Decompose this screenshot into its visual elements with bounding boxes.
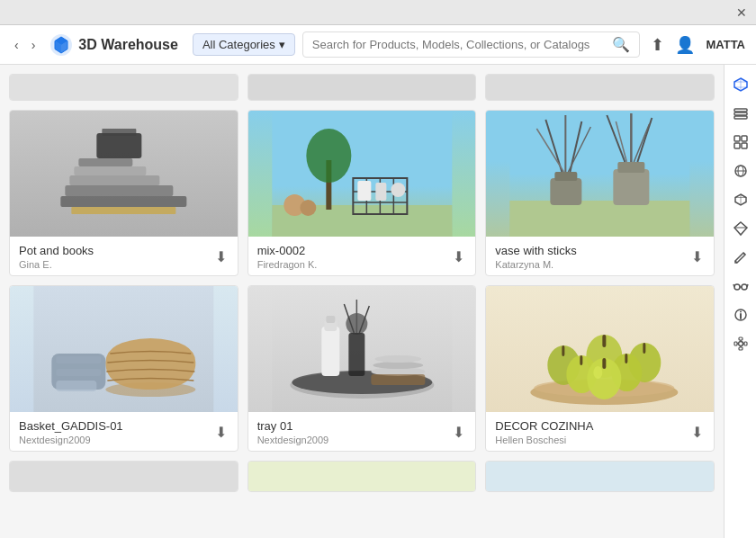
card-info: vase with sticks Katarzyna M. <box>495 244 689 270</box>
svg-line-96 <box>747 284 748 287</box>
download-button[interactable]: ⬇ <box>213 247 229 267</box>
svg-point-13 <box>306 129 351 183</box>
svg-rect-80 <box>734 116 747 119</box>
product-card[interactable]: mix-0002 Firedragon K. ⬇ <box>248 110 477 276</box>
svg-rect-72 <box>580 355 583 365</box>
card-info: Basket_GADDIS-01 Nextdesign2009 <box>19 419 213 445</box>
product-card[interactable]: vase with sticks Katarzyna M. ⬇ <box>485 110 715 276</box>
card-footer: DECOR COZINHA Hellen Boschesi ⬇ <box>486 412 714 451</box>
right-sidebar <box>724 65 756 538</box>
svg-rect-34 <box>614 169 650 205</box>
download-button[interactable]: ⬇ <box>451 422 466 443</box>
svg-rect-79 <box>734 112 747 115</box>
user-name[interactable]: MATTA <box>706 38 745 51</box>
svg-rect-44 <box>56 356 101 363</box>
back-button[interactable]: ‹ <box>11 36 22 54</box>
card-title: DECOR COZINHA <box>495 419 689 433</box>
svg-rect-70 <box>644 343 646 354</box>
logo-icon <box>50 33 73 57</box>
user-icon[interactable]: 👤 <box>675 35 695 55</box>
partial-card-2 <box>248 74 477 101</box>
svg-rect-20 <box>357 181 371 201</box>
card-title: Pot and books <box>19 244 213 257</box>
category-dropdown[interactable]: All Categories ▾ <box>193 33 295 56</box>
card-image-decor <box>486 286 714 412</box>
sidebar-icon-diamond[interactable] <box>728 216 753 241</box>
svg-point-24 <box>300 200 316 216</box>
card-image-tray <box>248 286 476 412</box>
partial-bottom-card-1 <box>9 461 238 492</box>
svg-line-95 <box>734 284 734 287</box>
card-author: Nextdesign2009 <box>19 435 213 445</box>
search-button[interactable]: 🔍 <box>612 36 630 53</box>
logo-text: 3D Warehouse <box>78 37 178 53</box>
svg-point-77 <box>594 366 603 379</box>
chevron-down-icon: ▾ <box>279 38 285 51</box>
card-title: mix-0002 <box>257 244 452 257</box>
card-footer: tray 01 Nextdesign2009 ⬇ <box>248 412 476 451</box>
product-card[interactable]: Basket_GADDIS-01 Nextdesign2009 ⬇ <box>9 285 238 452</box>
svg-rect-61 <box>371 374 425 385</box>
product-card[interactable]: Pot and books Gina E. ⬇ <box>9 110 238 276</box>
search-bar: 🔍 <box>302 31 641 58</box>
logo-area: 3D Warehouse <box>50 33 178 57</box>
card-author: Katarzyna M. <box>495 259 689 270</box>
product-grid: Pot and books Gina E. ⬇ <box>9 110 715 452</box>
card-image-mix <box>248 111 476 237</box>
sidebar-icon-collection[interactable] <box>728 130 753 155</box>
svg-line-90 <box>734 222 741 228</box>
svg-rect-76 <box>603 358 607 369</box>
svg-rect-9 <box>71 207 176 214</box>
card-footer: vase with sticks Katarzyna M. ⬇ <box>486 237 714 275</box>
partial-row <box>9 74 715 101</box>
download-button[interactable]: ⬇ <box>689 422 705 443</box>
sidebar-icon-layers[interactable] <box>728 101 753 126</box>
download-button[interactable]: ⬇ <box>213 422 229 443</box>
svg-point-60 <box>374 355 421 363</box>
download-button[interactable]: ⬇ <box>451 247 466 267</box>
svg-rect-2 <box>60 196 186 207</box>
window-chrome: ✕ <box>0 0 756 25</box>
category-label: All Categories <box>202 38 275 51</box>
sidebar-icon-pencil[interactable] <box>728 245 753 270</box>
close-button[interactable]: ✕ <box>734 5 749 20</box>
card-author: Firedragon K. <box>257 259 452 270</box>
search-input[interactable] <box>312 38 613 51</box>
download-button[interactable]: ⬇ <box>689 247 705 267</box>
svg-rect-4 <box>69 175 159 185</box>
svg-rect-102 <box>734 342 737 345</box>
sidebar-icon-cube[interactable] <box>728 72 753 97</box>
upload-icon[interactable]: ⬆ <box>651 35 664 55</box>
svg-rect-3 <box>65 185 173 196</box>
sidebar-icon-glasses[interactable] <box>728 273 753 299</box>
product-card[interactable]: DECOR COZINHA Hellen Boschesi ⬇ <box>485 285 715 452</box>
product-card[interactable]: tray 01 Nextdesign2009 ⬇ <box>248 285 477 452</box>
svg-point-92 <box>734 284 740 290</box>
card-title: Basket_GADDIS-01 <box>19 419 213 433</box>
sidebar-icon-sphere[interactable] <box>728 158 753 184</box>
sidebar-icon-box3d[interactable] <box>728 187 753 212</box>
svg-rect-52 <box>326 316 335 323</box>
card-title: tray 01 <box>257 419 452 433</box>
svg-marker-88 <box>734 222 747 235</box>
svg-rect-74 <box>626 354 628 363</box>
card-footer: mix-0002 Firedragon K. ⬇ <box>248 237 476 275</box>
card-info: Pot and books Gina E. <box>19 244 213 270</box>
card-info: mix-0002 Firedragon K. <box>257 244 452 270</box>
svg-rect-50 <box>321 327 339 376</box>
main-layout: Pot and books Gina E. ⬇ <box>0 65 756 538</box>
partial-bottom-row <box>9 461 715 492</box>
sidebar-icon-info[interactable] <box>728 302 753 327</box>
card-author: Hellen Boschesi <box>495 435 689 445</box>
sidebar-icon-settings[interactable] <box>728 331 753 356</box>
partial-card-1 <box>9 74 238 101</box>
card-author: Gina E. <box>19 259 213 270</box>
svg-rect-100 <box>739 337 742 340</box>
svg-rect-46 <box>56 381 96 391</box>
forward-button[interactable]: › <box>28 36 40 54</box>
card-image-vase <box>486 111 714 237</box>
svg-rect-66 <box>603 335 607 347</box>
svg-rect-6 <box>78 158 132 166</box>
card-title: vase with sticks <box>495 244 689 257</box>
svg-rect-35 <box>618 162 645 173</box>
